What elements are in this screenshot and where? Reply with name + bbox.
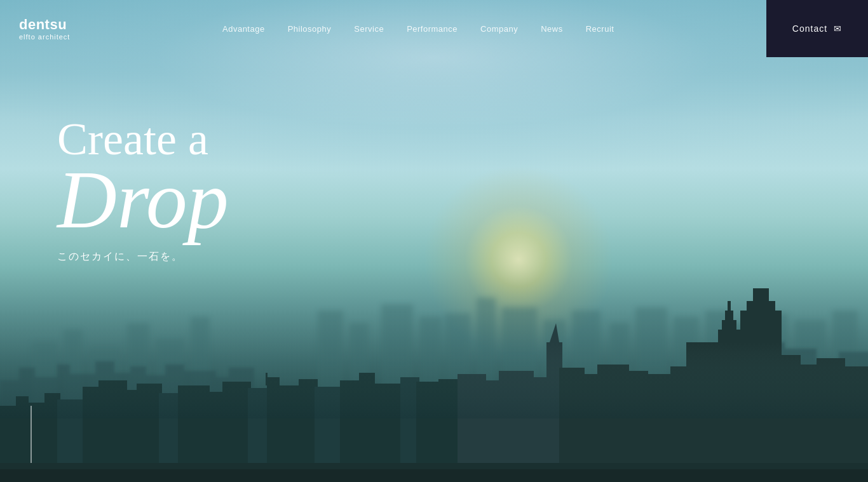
nav-item-advantage[interactable]: Advantage [211, 23, 276, 34]
svg-rect-83 [728, 301, 731, 314]
logo-main-text: dentsu [19, 17, 70, 33]
logo-sub-text: elfto architect [19, 33, 70, 41]
hero-content: Create a Drop このセカイに、一石を。 [57, 114, 229, 264]
nav-link-news[interactable]: News [529, 24, 574, 34]
nav-item-performance[interactable]: Performance [395, 23, 469, 34]
contact-label: Contact [792, 23, 827, 34]
contact-button[interactable]: Contact ✉ [766, 0, 868, 57]
hero-subtitle: このセカイに、一石を。 [57, 250, 229, 264]
mail-icon: ✉ [834, 23, 842, 34]
nav-item-news[interactable]: News [529, 23, 574, 34]
nav-item-recruit[interactable]: Recruit [574, 23, 626, 34]
nav-link-advantage[interactable]: Advantage [211, 24, 276, 34]
nav-item-service[interactable]: Service [342, 23, 395, 34]
logo[interactable]: dentsu elfto architect [0, 17, 70, 41]
nav-item-company[interactable]: Company [469, 23, 529, 34]
hero-line2: Drop [57, 158, 229, 241]
svg-rect-93 [0, 469, 868, 482]
nav-link-company[interactable]: Company [469, 24, 529, 34]
decorative-vertical-line [31, 406, 32, 463]
nav-link-recruit[interactable]: Recruit [574, 24, 626, 34]
navbar: dentsu elfto architect Advantage Philoso… [0, 0, 868, 57]
nav-link-performance[interactable]: Performance [395, 24, 469, 34]
nav-link-service[interactable]: Service [342, 24, 395, 34]
nav-item-philosophy[interactable]: Philosophy [276, 23, 343, 34]
svg-rect-86 [753, 288, 769, 304]
svg-rect-92 [0, 342, 868, 418]
nav-link-philosophy[interactable]: Philosophy [276, 24, 343, 34]
nav-links: Advantage Philosophy Service Performance… [211, 23, 625, 34]
